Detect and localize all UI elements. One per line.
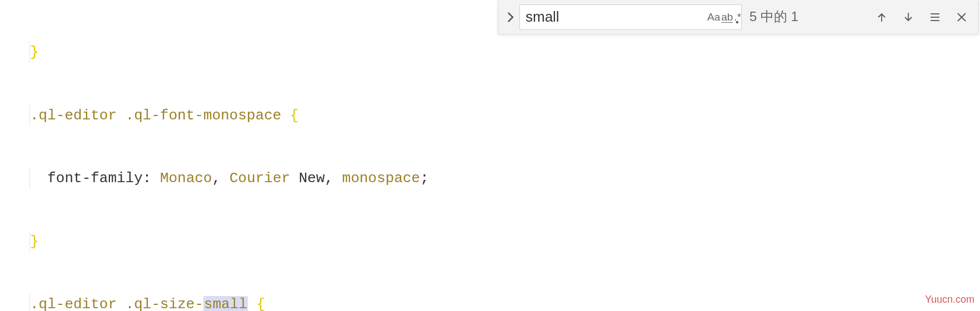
find-input[interactable] bbox=[526, 8, 706, 26]
find-widget: Aa ab .* 5 中的 1 bbox=[498, 0, 979, 34]
brace-close: } bbox=[30, 233, 39, 250]
css-value: Courier bbox=[229, 170, 290, 187]
css-selector: .ql-editor .ql-font-monospace bbox=[30, 107, 290, 124]
close-find-button[interactable] bbox=[949, 5, 974, 29]
match-case-button[interactable]: Aa bbox=[707, 8, 720, 27]
brace-open: { bbox=[257, 296, 266, 311]
match-count: 5 中的 1 bbox=[749, 7, 798, 27]
find-input-wrapper: Aa ab .* bbox=[519, 4, 742, 30]
code-editor[interactable]: } .ql-editor .ql-font-monospace { font-f… bbox=[0, 0, 980, 311]
prev-match-button[interactable] bbox=[869, 5, 894, 29]
css-property: font-family bbox=[47, 170, 143, 187]
css-selector: .ql-editor .ql-size- bbox=[30, 296, 203, 311]
next-match-button[interactable] bbox=[896, 5, 921, 29]
brace-close: } bbox=[30, 44, 39, 61]
whole-word-button[interactable]: ab bbox=[721, 8, 733, 27]
find-in-selection-button[interactable] bbox=[923, 5, 947, 29]
toggle-replace-button[interactable] bbox=[503, 4, 517, 30]
watermark: Yuucn.com bbox=[925, 292, 974, 307]
css-value: monospace bbox=[342, 170, 420, 187]
search-highlight: small bbox=[203, 296, 248, 311]
regex-button[interactable]: .* bbox=[734, 8, 741, 27]
brace-open: { bbox=[290, 107, 299, 124]
css-value: Monaco bbox=[160, 170, 212, 187]
